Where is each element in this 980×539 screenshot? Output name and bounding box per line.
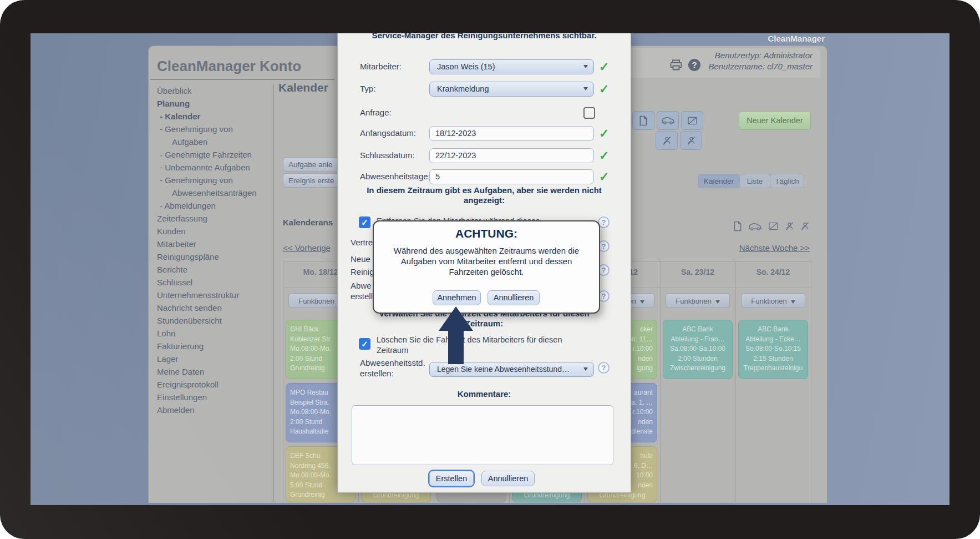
user-slash-icon[interactable]: [800, 221, 810, 233]
tasks-section-title-1: In diesem Zeitraum gibt es Aufgaben, abe…: [338, 185, 631, 195]
absence-hours-select[interactable]: Legen Sie keine Abwesenheitsstund…: [429, 362, 594, 377]
dialog-cancel-button[interactable]: Annullieren: [481, 471, 535, 486]
field-input[interactable]: 22/12-2023: [429, 148, 594, 163]
card-line: Abteilung - Fran…: [663, 335, 732, 345]
sidebar-item[interactable]: - Unbemannte Aufgaben: [160, 161, 271, 174]
sidebar-item[interactable]: Abmelden: [157, 404, 271, 416]
card-line: Treppenhausreinigu: [739, 364, 808, 374]
functions-dropdown[interactable]: Funktionen: [666, 293, 730, 308]
annotation-arrow-up-icon: [439, 306, 473, 331]
valid-check-icon: ✓: [599, 127, 609, 141]
tab-taeglich[interactable]: Täglich: [770, 174, 804, 188]
column-divider: [735, 261, 736, 502]
page-icon-button[interactable]: [632, 111, 654, 130]
help-icon[interactable]: ?: [688, 59, 700, 71]
sidebar-item[interactable]: Überblick: [157, 84, 271, 97]
sidebar-item[interactable]: - Kalender: [160, 110, 271, 123]
user-slash-icon-button[interactable]: [656, 131, 678, 150]
screenshot-frame: CleanManager CleanManager Konto ? Benutz…: [0, 0, 980, 539]
chevron-down-icon: [640, 300, 644, 304]
car-icon[interactable]: [748, 222, 762, 233]
page-title: CleanManager Konto: [157, 58, 301, 75]
page-icon[interactable]: [733, 221, 742, 234]
functions-dropdown[interactable]: Funktionen: [741, 293, 805, 308]
delete-drivetime-label-2: Zeitraum: [377, 346, 408, 355]
calendar-task-card[interactable]: ABC BankAbteilung - Fran…Sa.08:00-Sa.10:…: [663, 320, 733, 379]
field-input[interactable]: 5: [429, 169, 594, 184]
select-value: Jason Weis (15): [437, 62, 495, 71]
delete-drivetime-checkbox[interactable]: ✓: [359, 338, 370, 350]
user-slash-icon-button[interactable]: [680, 131, 702, 150]
calendar-task-card[interactable]: ABC BankAbteilung - Ecke…So.08:00-So.10:…: [738, 320, 808, 379]
card-line: Zwischenreinigung: [663, 364, 732, 374]
sidebar-item[interactable]: - Genehmigte Fahrzeiten: [160, 148, 271, 161]
sidebar-item[interactable]: Unternehmensstruktur: [157, 289, 271, 301]
sidebar-nav: ÜberblickPlanung- Kalender- Genehmigung …: [157, 84, 271, 416]
tab-liste[interactable]: Liste: [739, 174, 770, 188]
field-select[interactable]: Krankmeldung: [429, 82, 594, 97]
card-line: Sa.08:00-Sa.10:00: [663, 344, 732, 354]
sidebar-item[interactable]: Stundenübersicht: [157, 314, 271, 327]
previous-week-link[interactable]: << Vorherige: [283, 243, 331, 253]
request-checkbox[interactable]: [583, 107, 595, 119]
sidebar-item[interactable]: Planung: [157, 97, 271, 110]
sidebar-item[interactable]: Schlüssel: [157, 276, 271, 289]
warning-dialog: ACHTUNG: Während des ausgewählten Zeitra…: [373, 220, 600, 314]
sidebar-item[interactable]: Einstellungen: [157, 391, 271, 404]
sidebar-item[interactable]: - Abmeldungen: [160, 199, 271, 212]
card-line: 2:00 Stunden: [663, 354, 732, 364]
field-label: Typ:: [360, 84, 375, 93]
valid-check-icon: ✓: [599, 82, 609, 97]
printer-icon[interactable]: [669, 59, 683, 73]
remove-employee-checkbox[interactable]: ✓: [359, 216, 370, 228]
functions-label: Funktionen: [298, 297, 334, 305]
field-select[interactable]: Jason Weis (15): [429, 59, 594, 74]
user-name-label: Benutzername: cl70_master: [708, 62, 813, 71]
comments-textarea[interactable]: [352, 405, 613, 465]
chevron-down-icon: [715, 300, 720, 304]
sidebar-item[interactable]: Zeiterfassung: [157, 212, 271, 225]
no-sign-icon-button[interactable]: [681, 111, 703, 130]
comments-label: Kommentare:: [338, 389, 631, 399]
sidebar-item[interactable]: Mitarbeiter: [157, 238, 271, 250]
sidebar-item[interactable]: Aufgaben: [172, 135, 271, 148]
car-icon-button[interactable]: [657, 111, 679, 130]
alert-cancel-button[interactable]: Annullieren: [488, 290, 540, 305]
covered-field-label: Vertre: [351, 238, 373, 247]
column-divider: [283, 261, 283, 502]
sidebar-item[interactable]: Meine Daten: [157, 365, 271, 378]
create-button[interactable]: Erstellen: [429, 471, 474, 486]
sidebar-item[interactable]: - Genehmigung von: [160, 174, 271, 187]
help-circle-icon[interactable]: ?: [598, 362, 610, 374]
sidebar-item[interactable]: Lohn: [157, 327, 271, 340]
field-label: Schlussdatum:: [360, 150, 414, 160]
chevron-down-icon: [583, 65, 588, 68]
no-sign-icon[interactable]: [768, 221, 779, 233]
next-week-link[interactable]: Nächste Woche >>: [739, 243, 810, 253]
warning-line-3: Fahrzeiten gelöscht.: [374, 267, 599, 276]
chevron-down-icon: [583, 367, 588, 371]
sidebar-item[interactable]: Nachricht senden: [157, 301, 271, 314]
calendar-toolbar-row1: [632, 111, 703, 130]
functions-label: Funktionen: [751, 297, 786, 305]
field-label: Anfrage:: [360, 108, 392, 117]
sidebar-item[interactable]: Abwesenheitsanträgen: [172, 187, 271, 199]
sidebar-item[interactable]: - Genehmigung von: [160, 123, 271, 135]
user-slash-icon[interactable]: [785, 221, 794, 233]
sidebar-item[interactable]: Fakturierung: [157, 340, 271, 352]
covered-field-label: Reinig: [351, 267, 374, 276]
sidebar-item[interactable]: Berichte: [157, 263, 271, 276]
sidebar-item[interactable]: Ereignisprotokoll: [157, 378, 271, 391]
accept-button[interactable]: Annehmen: [433, 290, 481, 305]
sidebar-item[interactable]: Reinigungspläne: [157, 250, 271, 263]
card-line: 2:15 Stunden: [739, 354, 808, 364]
new-calendar-button[interactable]: Neuer Kalender: [739, 111, 811, 130]
sidebar-item[interactable]: Lager: [157, 352, 271, 365]
warning-line-1: Während des ausgewählten Zeitraums werde…: [374, 246, 599, 255]
valid-check-icon: ✓: [599, 149, 609, 163]
field-input[interactable]: 18/12-2023: [429, 126, 594, 141]
sidebar-item[interactable]: Kunden: [157, 225, 271, 238]
column-divider: [660, 261, 661, 502]
covered-field-label: Neue: [351, 254, 370, 264]
tab-kalender[interactable]: Kalender: [698, 174, 740, 188]
